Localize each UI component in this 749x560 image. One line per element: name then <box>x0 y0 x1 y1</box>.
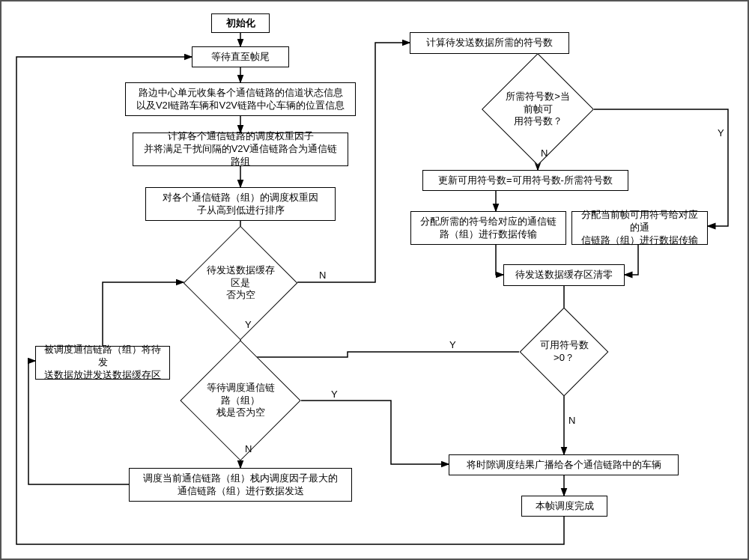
label-n: N <box>319 270 326 281</box>
node-stack-empty: 等待调度通信链路（组）栈是否为空 <box>198 358 283 443</box>
label-y: Y <box>718 127 724 139</box>
node-wait: 等待直至帧尾 <box>192 46 289 67</box>
label: 被调度通信链路（组）将待发送数据放进发送数据缓存区 <box>42 344 163 382</box>
label: 更新可用符号数=可用符号数-所需符号数 <box>438 174 613 187</box>
node-init: 初始化 <box>211 13 270 33</box>
node-collect: 路边中心单元收集各个通信链路的信道状态信息以及V2I链路车辆和V2V链路中心车辆… <box>125 82 356 116</box>
connector-lines <box>1 1 749 560</box>
node-done: 本帧调度完成 <box>521 496 607 517</box>
node-alloc-avail: 分配当前帧可用符号给对应的通信链路（组）进行数据传输 <box>571 211 708 245</box>
node-symbols-cmp: 所需符号数>当前帧可用符号数？ <box>498 70 577 149</box>
label: 初始化 <box>226 17 255 30</box>
label: 分配所需的符号给对应的通信链路（组）进行数据传输 <box>420 216 557 241</box>
node-alloc-needed: 分配所需的符号给对应的通信链路（组）进行数据传输 <box>410 211 566 245</box>
label: 将时隙调度结果广播给各个通信链路中的车辆 <box>467 459 661 472</box>
label-y: Y <box>245 319 252 330</box>
node-put-buffer: 被调度通信链路（组）将待发送数据放进发送数据缓存区 <box>35 346 170 380</box>
node-broadcast: 将时隙调度结果广播给各个通信链路中的车辆 <box>449 454 679 475</box>
label: 计算各个通信链路的调度权重因子并将满足干扰间隔的V2V通信链路合为通信链路组 <box>139 130 342 168</box>
label: 路边中心单元收集各个通信链路的信道状态信息以及V2I链路车辆和V2V链路中心车辆… <box>136 87 345 112</box>
node-clear-buffer: 待发送数据缓存区清零 <box>503 264 625 286</box>
label: 分配当前帧可用符号给对应的通信链路（组）进行数据传输 <box>578 209 701 247</box>
flowchart-canvas: 初始化 等待直至帧尾 路边中心单元收集各个通信链路的信道状态信息以及V2I链路车… <box>0 0 749 560</box>
node-calc-weight: 计算各个通信链路的调度权重因子并将满足干扰间隔的V2V通信链路合为通信链路组 <box>133 133 348 166</box>
label: 计算待发送数据所需的符号数 <box>426 37 553 49</box>
node-sort: 对各个通信链路（组）的调度权重因子从高到低进行排序 <box>145 187 336 221</box>
label-y: Y <box>331 389 338 400</box>
label: 所需符号数>当前帧可用符号数？ <box>504 91 571 129</box>
node-buffer-empty: 待发送数据缓存区是否为空 <box>200 243 281 323</box>
label: 调度当前通信链路（组）栈内调度因子最大的通信链路（组）进行数据发送 <box>143 472 338 498</box>
label-n: N <box>541 147 548 159</box>
label: 可用符号数>0？ <box>539 339 589 365</box>
label: 等待直至帧尾 <box>211 51 270 64</box>
label: 等待调度通信链路（组）栈是否为空 <box>204 382 277 420</box>
label-n: N <box>568 415 575 426</box>
label-n: N <box>245 443 252 454</box>
label: 对各个通信链路（组）的调度权重因子从高到低进行排序 <box>163 192 318 217</box>
node-symbols-gt0: 可用符号数>0？ <box>533 320 595 383</box>
node-schedule-max: 调度当前通信链路（组）栈内调度因子最大的通信链路（组）进行数据发送 <box>129 468 352 502</box>
label-y: Y <box>449 339 456 350</box>
label: 待发送数据缓存区清零 <box>515 269 613 281</box>
label: 本帧调度完成 <box>536 500 594 513</box>
node-update-symbols: 更新可用符号数=可用符号数-所需符号数 <box>422 170 628 191</box>
label: 待发送数据缓存区是否为空 <box>206 264 275 302</box>
node-calc-symbols: 计算待发送数据所需的符号数 <box>410 32 569 54</box>
